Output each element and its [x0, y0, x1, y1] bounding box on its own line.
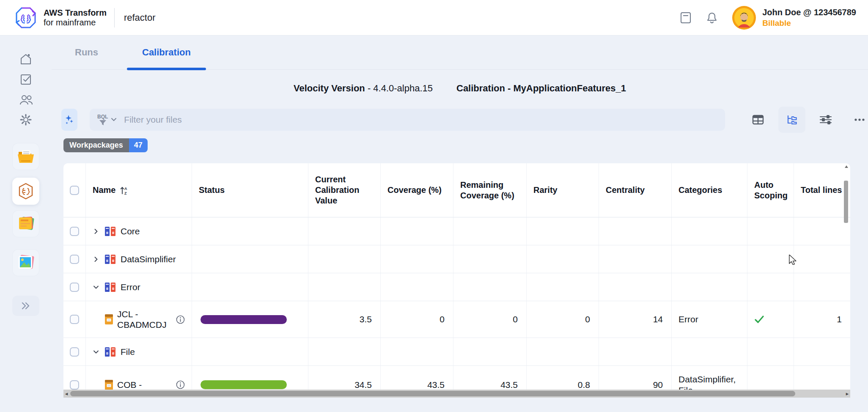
- app-transform-card[interactable]: [12, 178, 39, 205]
- funnel-icon: [99, 120, 107, 126]
- main-content: Runs Calibration Velocity Version - 4.4.…: [52, 36, 868, 412]
- app-notes-card[interactable]: [12, 210, 39, 237]
- column-header-total[interactable]: Total lines: [794, 163, 850, 217]
- user-avatar[interactable]: [732, 5, 756, 30]
- row-select-cell: [63, 245, 86, 273]
- vertical-scroll-thumb[interactable]: [844, 181, 848, 223]
- row-checkbox[interactable]: [70, 227, 79, 236]
- column-label: Name: [93, 185, 115, 195]
- column-header-name[interactable]: NameAZ: [86, 163, 192, 217]
- row-checkbox[interactable]: [70, 255, 79, 264]
- user-info[interactable]: John Doe @ 123456789 Billable: [762, 7, 856, 28]
- table-view-button[interactable]: [744, 107, 772, 133]
- column-label: Categories: [678, 185, 722, 195]
- ai-assist-button[interactable]: [61, 109, 77, 131]
- tab-calibration-label: Calibration: [142, 47, 191, 58]
- categories-value: Error: [678, 314, 698, 325]
- sort-az-icon[interactable]: AZ: [120, 186, 128, 195]
- row-checkbox[interactable]: [70, 283, 79, 292]
- column-header-centrality[interactable]: Centrality: [599, 163, 672, 217]
- bql-label: BQL: [97, 114, 108, 119]
- tab-runs[interactable]: Runs: [59, 36, 114, 70]
- home-icon[interactable]: [19, 52, 33, 66]
- filter-input[interactable]: [123, 114, 725, 125]
- chevron-down-icon[interactable]: [111, 118, 116, 121]
- horizontal-scrollbar[interactable]: ◂ ▸: [63, 390, 850, 398]
- sidebar-expand-button[interactable]: [12, 296, 39, 316]
- column-header-coverage[interactable]: Coverage (%): [381, 163, 453, 217]
- chevron-down-icon[interactable]: [93, 349, 99, 355]
- table-row-core[interactable]: Core: [63, 217, 850, 245]
- chevron-right-icon[interactable]: [93, 228, 99, 235]
- tree-view-button[interactable]: [778, 107, 805, 133]
- column-header-remaining[interactable]: Remaining Coverage (%): [453, 163, 527, 217]
- cell-empty: [747, 245, 794, 273]
- app-window: AWS Transform for mainframe refactor: [0, 0, 868, 412]
- users-icon[interactable]: [19, 93, 33, 107]
- row-select-cell: [63, 301, 86, 338]
- info-icon[interactable]: [176, 315, 185, 324]
- chevron-right-icon[interactable]: [93, 256, 99, 263]
- horizontal-scroll-thumb[interactable]: [70, 391, 795, 396]
- scroll-up-arrow[interactable]: [845, 165, 848, 168]
- chevron-down-icon[interactable]: [93, 284, 99, 291]
- table-view-icon: [752, 115, 764, 125]
- double-chevron-right-icon: [20, 302, 31, 310]
- row-checkbox[interactable]: [70, 380, 79, 390]
- cell-rarity: 0: [527, 301, 599, 338]
- cell-empty: [308, 338, 381, 365]
- settings-gear-icon[interactable]: [19, 113, 33, 126]
- row-checkbox[interactable]: [70, 315, 79, 324]
- cell-empty: [527, 245, 599, 273]
- file-icon: [104, 314, 113, 325]
- info-icon[interactable]: [176, 380, 185, 389]
- select-all-checkbox[interactable]: [70, 186, 79, 195]
- cell-empty: [599, 273, 672, 301]
- column-settings-button[interactable]: [812, 107, 839, 133]
- tab-calibration[interactable]: Calibration: [126, 36, 207, 70]
- column-label: Current Calibration Value: [315, 174, 374, 206]
- workpackages-count: 47: [129, 138, 148, 152]
- cell-empty: [381, 338, 453, 365]
- check-icon: [754, 315, 764, 324]
- column-header-auto[interactable]: Auto Scoping: [747, 163, 794, 217]
- column-label: Total lines: [801, 185, 842, 195]
- workpackages-filter-badge[interactable]: Workpackages 47: [63, 138, 148, 152]
- user-name: John Doe @ 123456789: [762, 7, 856, 18]
- tasks-icon[interactable]: [19, 73, 33, 86]
- column-header-ccv[interactable]: Current Calibration Value: [308, 163, 381, 217]
- column-header-rarity[interactable]: Rarity: [527, 163, 599, 217]
- scroll-left-arrow[interactable]: ◂: [63, 390, 69, 398]
- column-header-status[interactable]: Status: [192, 163, 308, 217]
- column-label: Auto Scoping: [754, 180, 788, 201]
- images-app-icon: [16, 254, 35, 272]
- value: 90: [653, 380, 663, 390]
- scroll-right-arrow[interactable]: ▸: [844, 390, 850, 398]
- table-row-jcl-cbadmcdj[interactable]: JCL - CBADMCDJ3.500014Error1: [63, 301, 850, 338]
- cell-empty: [527, 217, 599, 245]
- ellipsis-icon: [854, 118, 865, 121]
- table-row-file[interactable]: File: [63, 338, 850, 366]
- documentation-icon[interactable]: [679, 11, 692, 24]
- item-name: COB -: [117, 379, 142, 390]
- cell-empty: [381, 245, 453, 273]
- filter-input-container[interactable]: BQL: [90, 109, 725, 131]
- file-icon: [104, 379, 113, 390]
- hexagon-transform-app-icon: [17, 182, 35, 200]
- vertical-scrollbar[interactable]: [843, 163, 849, 390]
- app-folder-card[interactable]: [12, 143, 39, 170]
- column-header-categories[interactable]: Categories: [672, 163, 747, 217]
- active-tab-underline: [127, 68, 206, 70]
- notifications-bell-icon[interactable]: [706, 11, 718, 24]
- table-row-datasimplifier[interactable]: DataSimplifier: [63, 245, 850, 273]
- row-checkbox[interactable]: [70, 347, 79, 357]
- column-label: Remaining Coverage (%): [460, 180, 519, 201]
- bql-filter-menu[interactable]: BQL: [97, 114, 108, 126]
- more-actions-button[interactable]: [846, 107, 868, 133]
- cell-empty: [453, 217, 527, 245]
- app-images-card[interactable]: [12, 249, 39, 276]
- header-select-cell: [63, 163, 86, 217]
- brand-divider: [114, 8, 115, 27]
- brand-title: AWS Transform for mainframe: [44, 8, 107, 27]
- table-row-error[interactable]: Error: [63, 273, 850, 301]
